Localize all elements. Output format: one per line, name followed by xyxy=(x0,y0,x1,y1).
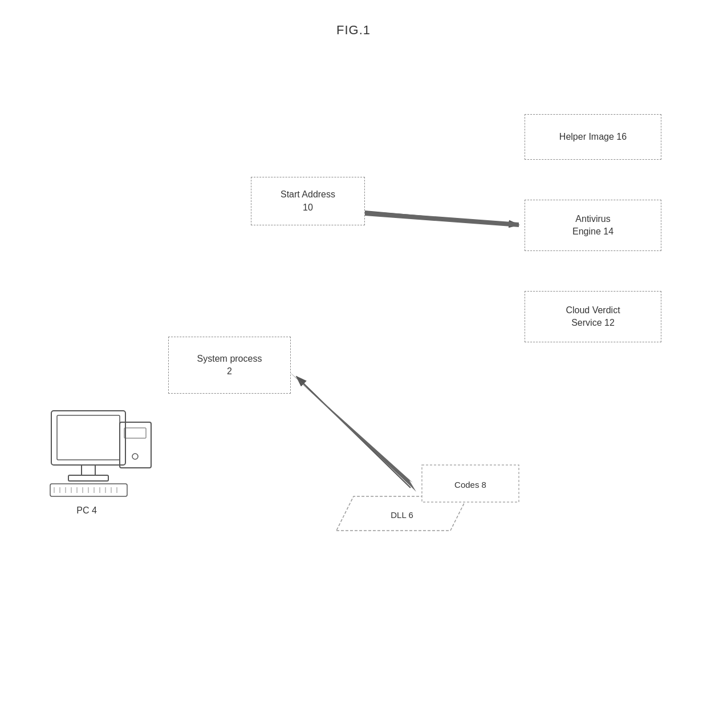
start-address-box: Start Address10 xyxy=(251,177,365,225)
svg-marker-25 xyxy=(336,496,468,531)
svg-rect-9 xyxy=(124,428,146,438)
svg-text:DLL 6: DLL 6 xyxy=(391,510,413,520)
svg-marker-30 xyxy=(290,372,416,492)
diagram-container: FIG.1 xyxy=(0,0,707,728)
svg-rect-7 xyxy=(68,475,108,481)
svg-point-10 xyxy=(132,454,138,459)
helper-image-box: Helper Image 16 xyxy=(525,114,661,160)
svg-rect-6 xyxy=(82,465,95,475)
svg-line-2 xyxy=(365,211,519,225)
svg-text:Codes 8: Codes 8 xyxy=(454,480,486,490)
svg-marker-29 xyxy=(354,207,519,227)
svg-rect-11 xyxy=(50,484,127,496)
svg-line-3 xyxy=(296,377,411,488)
svg-rect-5 xyxy=(57,415,120,460)
svg-rect-8 xyxy=(120,422,151,468)
system-process-box: System process2 xyxy=(168,337,291,394)
fig-title: FIG.1 xyxy=(336,23,371,38)
svg-rect-4 xyxy=(51,411,125,465)
cloud-verdict-box: Cloud VerdictService 12 xyxy=(525,291,661,342)
antivirus-engine-box: AntivirusEngine 14 xyxy=(525,200,661,251)
diagram-svg: PC 4 DLL 6 Codes 8 xyxy=(0,0,707,728)
svg-rect-27 xyxy=(422,465,519,502)
svg-text:PC 4: PC 4 xyxy=(76,505,97,515)
